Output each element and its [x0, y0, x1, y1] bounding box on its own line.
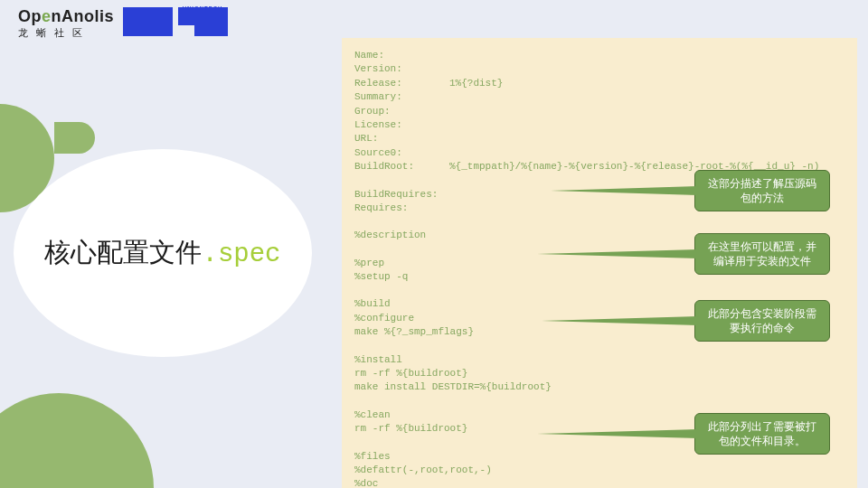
- callout-files: 此部分列出了需要被打包的文件和目录。: [694, 413, 830, 455]
- blue-shape-left: [123, 7, 173, 36]
- spec-code-panel: Name: Version: Release:1%{?dist} Summary…: [342, 38, 857, 488]
- spec-doc: %doc: [354, 477, 844, 488]
- logo-sub: 龙 蜥 社 区: [18, 26, 114, 40]
- logo-e: e: [42, 7, 52, 25]
- page-title: 核心配置文件.spec: [44, 235, 280, 271]
- callout-build: 在这里你可以配置，并编译用于安装的文件: [694, 233, 830, 275]
- spec-url-key: URL:: [354, 132, 449, 145]
- spec-summary-key: Summary:: [354, 90, 449, 104]
- logo-area: OpenAnolis 龙 蜥 社 区 UNIONTECH: [18, 7, 228, 40]
- spec-req-key: Requires:: [354, 202, 449, 215]
- spec-source0-key: Source0:: [354, 146, 449, 160]
- spec-group-key: Group:: [354, 105, 449, 118]
- spec-rm1: rm -rf %{buildroot}: [354, 367, 844, 380]
- spec-makeinstall: make install DESTDIR=%{buildroot}: [354, 380, 844, 394]
- title-circle: 核心配置文件.spec: [14, 149, 312, 357]
- callout-prep: 这部分描述了解压源码包的方法: [694, 170, 830, 211]
- spec-license-key: License:: [354, 118, 449, 132]
- title-spec: spec: [218, 239, 281, 269]
- callout-install: 此部分包含安装阶段需要执行的命令: [694, 300, 830, 342]
- title-main: 核心配置文件: [44, 238, 202, 267]
- spec-install: %install: [354, 353, 844, 367]
- logo-brand: OpenAnolis: [18, 7, 114, 26]
- spec-version-key: Version:: [354, 62, 449, 76]
- spec-defattr: %defattr(-,root,root,-): [354, 464, 844, 477]
- decor-shape-bottom: [0, 393, 154, 488]
- logo-left: OpenAnolis 龙 蜥 社 区: [18, 7, 114, 40]
- blue-shape-right: [178, 7, 228, 36]
- spec-name-key: Name:: [354, 49, 449, 62]
- spec-buildroot-key: BuildRoot:: [354, 160, 449, 174]
- spec-release-key: Release:: [354, 77, 449, 90]
- spec-release-val: 1%{?dist}: [449, 77, 503, 90]
- title-dot: .: [202, 239, 217, 269]
- spec-buildreq-key: BuildRequires:: [354, 188, 449, 202]
- logo-pre: Op: [18, 7, 42, 25]
- logo-post: nAnolis: [52, 7, 115, 25]
- logo-blue: UNIONTECH: [123, 7, 228, 36]
